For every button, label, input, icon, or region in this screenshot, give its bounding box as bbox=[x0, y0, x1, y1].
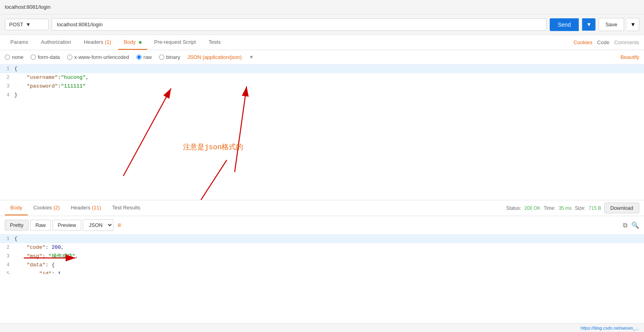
method-dropdown-icon: ▼ bbox=[25, 21, 31, 27]
code-link[interactable]: Code bbox=[597, 39, 609, 45]
comments-link[interactable]: Comments bbox=[614, 39, 639, 45]
format-select[interactable]: JSON bbox=[83, 219, 113, 231]
beautify-button[interactable]: Beautify bbox=[621, 54, 639, 60]
resp-tab-headers[interactable]: Headers (11) bbox=[65, 201, 107, 215]
option-urlencoded[interactable]: x-www-form-urlencoded bbox=[67, 54, 129, 60]
tabs-bar: Params Authorization Headers (1) Body Pr… bbox=[0, 35, 644, 50]
status-label: Status: bbox=[506, 205, 521, 211]
resp-tab-cookies[interactable]: Cookies (2) bbox=[28, 201, 65, 215]
method-select[interactable]: POST ▼ bbox=[5, 19, 49, 30]
time-label: Time: bbox=[544, 205, 556, 211]
search-icon[interactable]: 🔍 bbox=[631, 221, 639, 229]
request-body-editor[interactable]: 1 { 2 "username":"hucong", 3 "password":… bbox=[0, 64, 644, 200]
save-dropdown-button[interactable]: ▼ bbox=[627, 18, 639, 31]
tab-tests[interactable]: Tests bbox=[203, 35, 226, 50]
send-dropdown-button[interactable]: ▼ bbox=[582, 18, 595, 31]
cookies-link[interactable]: Cookies bbox=[574, 39, 592, 45]
code-line-3: 3 "password":"111111" bbox=[0, 82, 644, 91]
save-button[interactable]: Save bbox=[599, 18, 624, 31]
body-options: none form-data x-www-form-urlencoded raw… bbox=[0, 50, 644, 64]
code-line-1: 1 { bbox=[0, 64, 644, 73]
response-icons: ⧉ 🔍 bbox=[623, 221, 639, 229]
size-label: Size: bbox=[575, 205, 586, 211]
size-value: 715 B bbox=[589, 205, 601, 211]
page-title: localhost:8081/login bbox=[5, 4, 51, 10]
resp-line-4: 4 "data": { bbox=[0, 261, 644, 270]
tab-authorization[interactable]: Authorization bbox=[35, 35, 77, 50]
code-line-2: 2 "username":"hucong", bbox=[0, 73, 644, 82]
copy-icon[interactable]: ⧉ bbox=[623, 221, 627, 229]
time-value: 35 ms bbox=[558, 205, 572, 211]
tab-body[interactable]: Body bbox=[118, 35, 147, 50]
response-format-bar: Pretty Raw Preview JSON ≡ ⧉ 🔍 bbox=[0, 216, 644, 234]
url-bar: POST ▼ Send ▼ Save ▼ bbox=[0, 14, 644, 35]
response-arrow bbox=[151, 156, 263, 200]
top-bar: localhost:8081/login bbox=[0, 0, 644, 14]
code-line-4: 4 } bbox=[0, 91, 644, 100]
option-binary[interactable]: binary bbox=[159, 54, 180, 60]
wrap-icon[interactable]: ≡ bbox=[117, 222, 121, 229]
download-button[interactable]: Download bbox=[604, 203, 639, 213]
response-tabs-bar: Body Cookies (2) Headers (11) Test Resul… bbox=[0, 200, 644, 216]
json-annotation-text: 注意是json格式的 bbox=[183, 142, 243, 152]
resp-line-5: 5 "id": 1, bbox=[0, 270, 644, 274]
response-panel: Body Cookies (2) Headers (11) Test Resul… bbox=[0, 200, 644, 274]
response-body-viewer: 1 { 2 "code": 200, 3 "msg": "操作成功", 4 "d… bbox=[0, 234, 644, 274]
format-preview[interactable]: Preview bbox=[53, 220, 81, 230]
resp-line-2: 2 "code": 200, bbox=[0, 243, 644, 252]
resp-line-1: 1 { bbox=[0, 234, 644, 243]
tabs-right: Cookies Code Comments bbox=[574, 39, 639, 45]
response-status: Status: 200 OK Time: 35 ms Size: 715 B D… bbox=[506, 203, 639, 213]
option-none[interactable]: none bbox=[5, 54, 23, 60]
resp-tab-body[interactable]: Body bbox=[5, 201, 28, 215]
json-dropdown-icon[interactable]: ▼ bbox=[249, 54, 254, 60]
format-pretty[interactable]: Pretty bbox=[5, 220, 29, 230]
status-value: 200 OK bbox=[524, 205, 541, 211]
format-raw[interactable]: Raw bbox=[30, 220, 51, 230]
option-formdata[interactable]: form-data bbox=[31, 54, 60, 60]
resp-tab-testresults[interactable]: Test Results bbox=[107, 201, 146, 215]
resp-line-3: 3 "msg": "操作成功", bbox=[0, 252, 644, 261]
json-format-label[interactable]: JSON (application/json) bbox=[187, 54, 242, 60]
send-button[interactable]: Send bbox=[550, 18, 579, 31]
method-value: POST bbox=[9, 21, 23, 27]
body-dot bbox=[139, 41, 142, 44]
url-input[interactable] bbox=[52, 18, 547, 31]
tab-headers[interactable]: Headers (1) bbox=[78, 35, 117, 50]
tab-prerequest[interactable]: Pre-request Script bbox=[149, 35, 202, 50]
tab-params[interactable]: Params bbox=[5, 35, 34, 50]
option-raw[interactable]: raw bbox=[136, 54, 152, 60]
